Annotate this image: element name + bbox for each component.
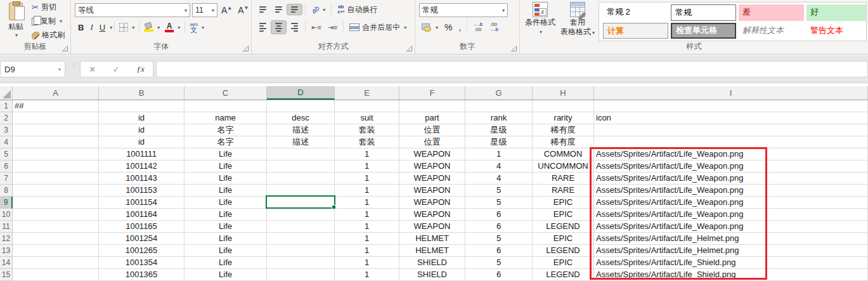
cell-B6[interactable]: 1001142 — [99, 160, 185, 173]
cell-C2[interactable]: name — [185, 112, 267, 124]
font-size-combo[interactable]: 11 ▾ — [192, 3, 217, 17]
cell-E1[interactable] — [335, 100, 399, 112]
cell-F12[interactable]: HELMET — [399, 233, 465, 245]
cell-D15[interactable] — [267, 269, 335, 281]
wrap-text-button[interactable]: abc↩ 自动换行 — [335, 4, 380, 16]
name-box[interactable]: D9 ▾ — [0, 61, 65, 77]
cell-A6[interactable] — [13, 160, 99, 173]
paste-dropdown-icon[interactable]: ▾ — [15, 32, 18, 38]
cell-F1[interactable] — [399, 100, 465, 112]
align-left-button[interactable] — [256, 21, 270, 34]
decrease-decimal-button[interactable]: .00→.0 — [486, 22, 501, 33]
cell-D14[interactable] — [267, 257, 335, 269]
cell-H13[interactable]: LEGEND — [533, 245, 594, 257]
cell-E13[interactable]: 1 — [335, 245, 399, 257]
merge-center-dropdown-icon[interactable]: ▾ — [404, 25, 406, 30]
align-center-button[interactable] — [271, 21, 286, 34]
cell-G15[interactable]: 6 — [465, 269, 533, 281]
cell-G11[interactable]: 6 — [465, 221, 533, 233]
cell-E4[interactable]: 套装 — [335, 136, 399, 148]
cell-A11[interactable] — [13, 221, 99, 233]
row-header-6[interactable]: 6 — [0, 160, 13, 173]
style-check[interactable]: 检查单元格 — [671, 23, 736, 39]
cell-B5[interactable]: 1001111 — [99, 148, 185, 160]
cell-H8[interactable]: RARE — [533, 185, 594, 197]
cell-G6[interactable]: 4 — [465, 160, 533, 173]
cell-E7[interactable]: 1 — [335, 173, 399, 185]
column-header-I[interactable]: I — [594, 86, 868, 100]
row-header-1[interactable]: 1 — [0, 100, 13, 112]
row-header-15[interactable]: 15 — [0, 269, 13, 281]
orientation-button[interactable]: ab▾ — [309, 5, 328, 14]
cell-H10[interactable]: EPIC — [533, 209, 594, 221]
number-format-combo[interactable]: 常规 ▾ — [419, 3, 508, 17]
cell-B12[interactable]: 1001254 — [99, 233, 185, 245]
cell-G9[interactable]: 5 — [465, 197, 533, 209]
insert-function-icon[interactable]: ƒx — [136, 64, 144, 74]
cell-B14[interactable]: 1001354 — [99, 257, 185, 269]
cell-H2[interactable]: rarity — [533, 112, 594, 124]
column-header-C[interactable]: C — [185, 86, 267, 100]
decrease-font-icon[interactable]: A▼ — [236, 5, 250, 15]
row-header-8[interactable]: 8 — [0, 185, 13, 197]
cell-A14[interactable] — [13, 257, 99, 269]
cell-H11[interactable]: LEGEND — [533, 221, 594, 233]
row-header-14[interactable]: 14 — [0, 257, 13, 269]
underline-button[interactable]: U — [96, 23, 108, 32]
format-painter-button[interactable]: 格式刷 — [29, 29, 67, 41]
cell-F10[interactable]: WEAPON — [399, 209, 465, 221]
style-bad[interactable]: 差 — [739, 4, 804, 21]
cell-D3[interactable]: 描述 — [267, 124, 335, 136]
cell-D5[interactable] — [267, 148, 335, 160]
style-selected[interactable]: 常规 — [671, 4, 736, 21]
font-color-dropdown-icon[interactable]: ▾ — [178, 25, 180, 30]
cell-F7[interactable]: WEAPON — [399, 173, 465, 185]
cell-C15[interactable]: Life — [185, 269, 267, 281]
row-header-4[interactable]: 4 — [0, 136, 13, 148]
borders-dropdown-icon[interactable]: ▾ — [132, 25, 134, 30]
cell-G1[interactable] — [465, 100, 533, 112]
cell-E6[interactable]: 1 — [335, 160, 399, 173]
style-plain[interactable]: 常规 2 — [603, 4, 668, 21]
cell-G10[interactable]: 6 — [465, 209, 533, 221]
cell-B3[interactable]: id — [99, 124, 185, 136]
cell-A3[interactable] — [13, 124, 99, 136]
comma-style-button[interactable]: , — [456, 22, 463, 33]
cell-A7[interactable] — [13, 173, 99, 185]
cell-D12[interactable] — [267, 233, 335, 245]
cell-C13[interactable]: Life — [185, 245, 267, 257]
format-as-table-button[interactable]: 套用 表格格式▾ — [559, 2, 596, 41]
cell-G13[interactable]: 6 — [465, 245, 533, 257]
cell-C10[interactable]: Life — [185, 209, 267, 221]
percent-style-button[interactable]: % — [442, 22, 455, 33]
column-header-H[interactable]: H — [533, 86, 594, 100]
orientation-dropdown-icon[interactable]: ▾ — [323, 7, 325, 13]
conditional-formatting-dropdown-icon[interactable]: ▾ — [540, 27, 542, 37]
cell-A2[interactable] — [13, 112, 99, 124]
cell-C5[interactable]: Life — [185, 148, 267, 160]
row-header-5[interactable]: 5 — [0, 148, 13, 160]
align-top-button[interactable] — [256, 4, 270, 15]
cell-C3[interactable]: 名字 — [185, 124, 267, 136]
underline-dropdown-icon[interactable]: ▾ — [110, 25, 112, 30]
fill-color-dropdown-icon[interactable]: ▾ — [157, 25, 160, 30]
italic-button[interactable]: I — [87, 22, 96, 32]
cell-D6[interactable] — [267, 160, 335, 173]
merge-center-button[interactable]: 合并后居中 ▾ — [347, 22, 409, 34]
cell-B15[interactable]: 1001365 — [99, 269, 185, 281]
cell-G4[interactable]: 星级 — [465, 136, 533, 148]
cell-D1[interactable] — [267, 100, 335, 112]
cell-G12[interactable]: 5 — [465, 233, 533, 245]
font-size-dropdown-icon[interactable]: ▾ — [212, 8, 214, 13]
cell-H15[interactable]: LEGEND — [533, 269, 594, 281]
cell-A13[interactable] — [13, 245, 99, 257]
cell-F8[interactable]: WEAPON — [399, 185, 465, 197]
cell-D11[interactable] — [267, 221, 335, 233]
column-header-D[interactable]: D — [267, 86, 335, 100]
cell-H3[interactable]: 稀有度 — [533, 124, 594, 136]
cell-A1[interactable]: ## — [13, 100, 99, 112]
style-good[interactable]: 好 — [806, 4, 867, 21]
cell-F5[interactable]: WEAPON — [399, 148, 465, 160]
cell-B9[interactable]: 1001154 — [99, 197, 185, 209]
row-header-7[interactable]: 7 — [0, 173, 13, 185]
